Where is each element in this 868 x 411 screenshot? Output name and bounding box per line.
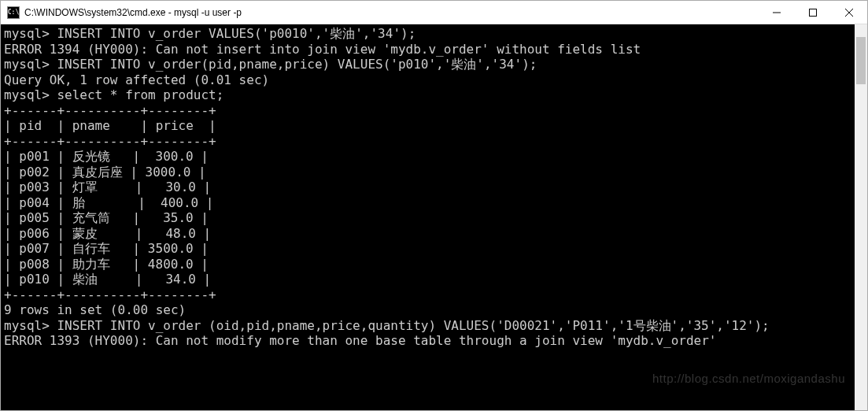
maximize-button[interactable] <box>795 1 831 24</box>
terminal-line: mysql> INSERT INTO v_order (oid,pid,pnam… <box>4 318 864 334</box>
window-title: C:\WINDOWS\system32\cmd.exe - mysql -u u… <box>24 7 759 18</box>
terminal-line: mysql> INSERT INTO v_order VALUES('p0010… <box>4 26 864 42</box>
cmd-icon-text: C:\ <box>8 9 19 16</box>
window-titlebar: C:\ C:\WINDOWS\system32\cmd.exe - mysql … <box>1 1 867 24</box>
table-border: +------+----------+--------+ <box>4 287 864 303</box>
terminal-line: Query OK, 1 row affected (0.01 sec) <box>4 72 864 88</box>
terminal-output[interactable]: mysql> INSERT INTO v_order VALUES('p0010… <box>1 24 867 410</box>
scrollbar-thumb[interactable] <box>856 37 866 84</box>
terminal-line: mysql> INSERT INTO v_order(pid,pname,pri… <box>4 57 864 72</box>
table-row: | p004 | 胎 | 400.0 | <box>4 195 864 211</box>
minimize-button[interactable] <box>759 1 795 24</box>
svg-rect-1 <box>810 9 817 16</box>
window-controls <box>759 1 867 24</box>
table-row: | p010 | 柴油 | 34.0 | <box>4 272 864 287</box>
table-row: | p005 | 充气筒 | 35.0 | <box>4 210 864 226</box>
table-border: +------+----------+--------+ <box>4 103 864 119</box>
terminal-line: ERROR 1393 (HY000): Can not modify more … <box>4 333 864 349</box>
table-row: | p008 | 助力车 | 4800.0 | <box>4 257 864 272</box>
table-header-row: | pid | pname | price | <box>4 118 864 134</box>
terminal-line: mysql> select * from product; <box>4 87 864 103</box>
table-row: | p001 | 反光镜 | 300.0 | <box>4 149 864 165</box>
table-row: | p003 | 灯罩 | 30.0 | <box>4 180 864 195</box>
table-row: | p007 | 自行车 | 3500.0 | <box>4 241 864 257</box>
terminal-line: ERROR 1394 (HY000): Can not insert into … <box>4 42 864 57</box>
table-border: +------+----------+--------+ <box>4 134 864 150</box>
terminal-line: 9 rows in set (0.00 sec) <box>4 302 864 318</box>
table-row: | p002 | 真皮后座 | 3000.0 | <box>4 165 864 180</box>
vertical-scrollbar[interactable] <box>855 24 867 410</box>
table-row: | p006 | 蒙皮 | 48.0 | <box>4 226 864 242</box>
cmd-icon: C:\ <box>7 6 20 19</box>
close-button[interactable] <box>831 1 867 24</box>
